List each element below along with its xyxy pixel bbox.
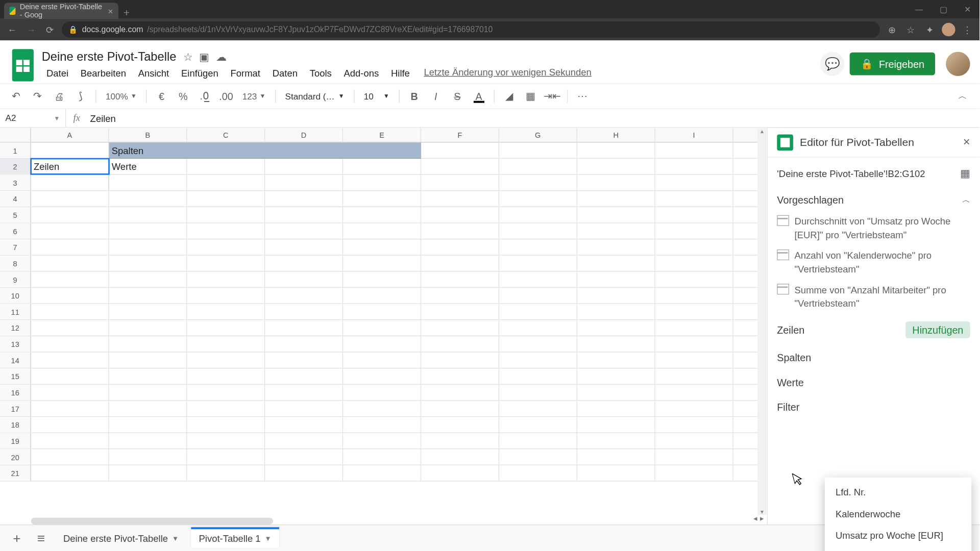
new-tab-button[interactable]: + <box>118 7 135 19</box>
row-header[interactable]: 16 <box>0 385 31 400</box>
cloud-status-icon[interactable]: ☁ <box>216 50 227 63</box>
bold-icon[interactable]: B <box>405 87 424 106</box>
sheet-menu-icon[interactable]: ▼ <box>264 535 271 542</box>
horizontal-scrollbar[interactable] <box>31 518 273 524</box>
col-header-i[interactable]: I <box>655 128 733 142</box>
menu-tools[interactable]: Tools <box>305 66 336 80</box>
row-header[interactable]: 10 <box>0 288 31 303</box>
reload-icon[interactable]: ⟳ <box>43 24 56 35</box>
menu-addons[interactable]: Add-ons <box>339 66 383 80</box>
cell-a2[interactable]: Zeilen <box>31 159 109 174</box>
col-header-c[interactable]: C <box>187 128 265 142</box>
col-header-d[interactable]: D <box>265 128 343 142</box>
row-header[interactable]: 21 <box>0 465 31 481</box>
move-folder-icon[interactable]: ▣ <box>199 50 209 63</box>
close-window-icon[interactable]: ✕ <box>955 0 979 19</box>
spreadsheet-grid[interactable]: A B C D E F G H I Spalten 1 2 Zeilen Wer… <box>0 128 767 524</box>
row-header[interactable]: 19 <box>0 433 31 448</box>
select-range-icon[interactable]: ▦ <box>960 167 970 180</box>
profile-avatar-small[interactable] <box>942 23 955 36</box>
row-header[interactable]: 18 <box>0 417 31 432</box>
print-icon[interactable]: 🖨 <box>50 87 69 106</box>
select-all-corner[interactable] <box>0 128 31 142</box>
url-field[interactable]: 🔒 docs.google.com/spreadsheets/d/1nVxVrV… <box>62 21 880 38</box>
col-header-g[interactable]: G <box>499 128 577 142</box>
star-icon[interactable]: ☆ <box>183 50 192 63</box>
field-option[interactable]: Vertriebsteam <box>825 546 971 551</box>
sheets-logo-icon[interactable] <box>9 46 36 82</box>
col-header-f[interactable]: F <box>421 128 499 142</box>
undo-icon[interactable]: ↶ <box>7 87 26 106</box>
more-toolbar-icon[interactable]: ⋯ <box>573 87 592 106</box>
row-header[interactable]: 20 <box>0 449 31 464</box>
collapse-toolbar-icon[interactable]: ︿ <box>952 90 973 103</box>
comments-button[interactable]: 💬 <box>820 52 844 76</box>
sheet-menu-icon[interactable]: ▼ <box>172 535 179 542</box>
redo-icon[interactable]: ↷ <box>28 87 47 106</box>
menu-format[interactable]: Format <box>226 66 265 80</box>
col-header-h[interactable]: H <box>577 128 655 142</box>
account-avatar[interactable] <box>946 52 970 76</box>
row-header[interactable]: 4 <box>0 191 31 206</box>
browser-tab[interactable]: Deine erste Pivot-Tabelle - Goog × <box>4 3 118 19</box>
collapse-icon[interactable]: ︿ <box>962 194 970 206</box>
add-rows-button[interactable]: Hinzufügen <box>905 321 970 338</box>
paint-format-icon[interactable]: ⟆ <box>71 87 90 106</box>
document-title[interactable]: Deine erste Pivot-Tabelle <box>42 49 177 64</box>
menu-edit[interactable]: Bearbeiten <box>76 66 131 80</box>
currency-icon[interactable]: € <box>152 87 171 106</box>
number-format-select[interactable]: 123▼ <box>238 87 270 106</box>
row-header[interactable]: 2 <box>0 159 31 174</box>
minimize-icon[interactable]: — <box>907 0 931 19</box>
add-sheet-button[interactable]: + <box>7 531 27 546</box>
scroll-up-icon[interactable]: ▴ <box>761 128 764 134</box>
menu-insert[interactable]: Einfügen <box>177 66 223 80</box>
formula-input[interactable]: Zeilen <box>87 113 116 123</box>
col-header-e[interactable]: E <box>343 128 421 142</box>
name-box[interactable]: A2▼ <box>0 109 66 128</box>
pivot-suggestion[interactable]: Anzahl von "Kalenderwoche" pro "Vertrieb… <box>768 245 979 280</box>
browser-menu-icon[interactable]: ⋮ <box>961 24 974 35</box>
menu-view[interactable]: Ansicht <box>133 66 174 80</box>
field-option[interactable]: Lfd. Nr. <box>825 482 971 503</box>
row-header[interactable]: 3 <box>0 175 31 190</box>
row-header[interactable]: 11 <box>0 304 31 319</box>
font-select[interactable]: Standard (…▼ <box>281 91 349 102</box>
font-size-select[interactable]: 10▼ <box>360 91 394 102</box>
row-header[interactable]: 1 <box>0 142 31 158</box>
cell-b2[interactable]: Werte <box>109 159 187 174</box>
scroll-down-icon[interactable]: ▾ <box>761 508 764 515</box>
forward-icon[interactable]: → <box>24 24 37 35</box>
borders-icon[interactable]: ▦ <box>521 87 540 106</box>
share-button[interactable]: 🔒 Freigeben <box>850 53 935 76</box>
menu-data[interactable]: Daten <box>268 66 303 80</box>
decrease-decimal-icon[interactable]: .0̲ <box>195 87 214 106</box>
row-header[interactable]: 7 <box>0 239 31 255</box>
bookmark-icon[interactable]: ☆ <box>904 24 917 35</box>
text-color-icon[interactable]: A <box>470 87 488 106</box>
maximize-icon[interactable]: ▢ <box>931 0 955 19</box>
menu-help[interactable]: Hilfe <box>386 66 414 80</box>
sheet-tab[interactable]: Deine erste Pivot-Tabelle ▼ <box>55 529 187 548</box>
col-header-b[interactable]: B <box>109 128 187 142</box>
zoom-select[interactable]: 100%▼ <box>102 87 141 106</box>
row-header[interactable]: 8 <box>0 256 31 271</box>
menu-file[interactable]: Datei <box>42 66 74 80</box>
row-header[interactable]: 13 <box>0 336 31 352</box>
zoom-icon[interactable]: ⊕ <box>885 24 898 35</box>
increase-decimal-icon[interactable]: .00 <box>217 87 236 106</box>
pivot-suggestion[interactable]: Durchschnitt von "Umsatz pro Woche [EUR]… <box>768 211 979 245</box>
field-option[interactable]: Kalenderwoche <box>825 503 971 524</box>
pivot-range-text[interactable]: 'Deine erste Pivot-Tabelle'!B2:G102 <box>777 168 925 179</box>
field-option[interactable]: Umsatz pro Woche [EUR] <box>825 524 971 546</box>
row-header[interactable]: 17 <box>0 401 31 416</box>
col-header-a[interactable]: A <box>31 128 109 142</box>
merge-icon[interactable]: ⇥⇤ <box>543 87 561 106</box>
row-header[interactable]: 14 <box>0 353 31 368</box>
close-tab-icon[interactable]: × <box>108 6 113 16</box>
fill-color-icon[interactable]: ◢ <box>500 87 519 106</box>
extensions-icon[interactable]: ✦ <box>923 24 936 35</box>
pivot-suggestion[interactable]: Summe von "Anzahl Mitarbeiter" pro "Vert… <box>768 280 979 314</box>
row-header[interactable]: 5 <box>0 207 31 222</box>
row-header[interactable]: 15 <box>0 368 31 384</box>
